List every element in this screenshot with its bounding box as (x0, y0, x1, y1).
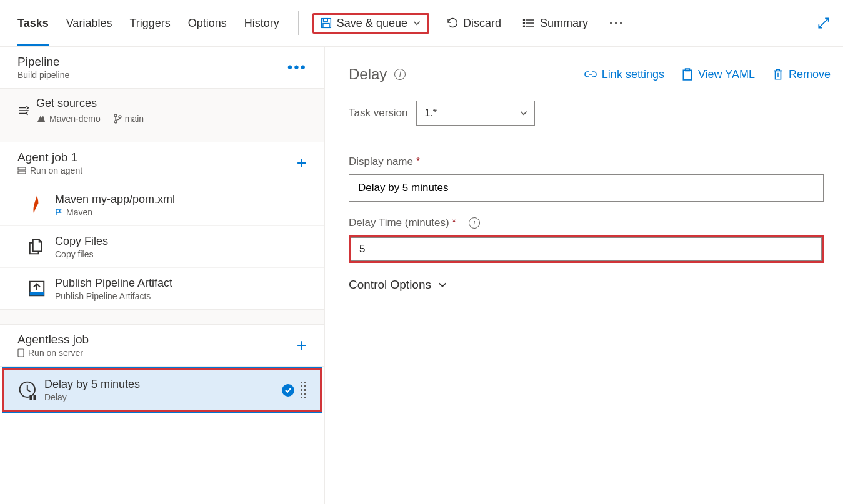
maven-icon (28, 194, 46, 215)
tab-options[interactable]: Options (188, 0, 227, 46)
discard-button[interactable]: Discard (441, 13, 506, 34)
task-sub: Delay (44, 392, 282, 402)
job1-title: Agent job 1 (17, 151, 293, 164)
branch-icon (113, 114, 122, 124)
link-settings-button[interactable]: Link settings (584, 68, 664, 81)
task-sub: Copy files (55, 249, 108, 259)
control-options-section[interactable]: Control Options (349, 278, 831, 292)
svg-rect-9 (18, 167, 26, 170)
get-sources[interactable]: Get sources Maven-demo main (0, 89, 324, 132)
more-commands[interactable]: ··· (604, 13, 629, 34)
agentless-job-header[interactable]: Agentless job Run on server + (0, 325, 324, 367)
left-panel: Pipeline Build pipeline ••• Get sources … (0, 47, 325, 504)
svg-rect-15 (29, 395, 32, 400)
display-name-input[interactable] (349, 174, 824, 202)
publish-icon (27, 279, 46, 298)
job1-sub: Run on agent (30, 166, 82, 175)
flag-icon (55, 209, 62, 216)
save-icon (321, 17, 332, 29)
pipeline-more-icon[interactable]: ••• (287, 59, 311, 76)
save-and-queue-button[interactable]: Save & queue (312, 13, 429, 34)
display-name-label: Display name (349, 156, 831, 168)
chevron-down-icon (437, 280, 447, 290)
task-title: Publish Pipeline Artifact (55, 277, 172, 290)
check-icon (282, 384, 294, 397)
svg-rect-17 (683, 70, 691, 80)
server-icon (17, 167, 26, 174)
delay-icon (17, 380, 39, 401)
svg-rect-16 (34, 395, 36, 400)
remove-button[interactable]: Remove (772, 68, 831, 81)
task-title: Maven my-app/pom.xml (55, 193, 175, 206)
info-icon[interactable]: i (394, 69, 406, 80)
panel-title: Delay (349, 66, 387, 83)
detail-panel: Delay i Link settings View YAML Remove (325, 47, 843, 504)
branch-name: main (125, 114, 144, 124)
repo-icon (36, 114, 46, 123)
pipeline-title: Pipeline (17, 55, 287, 69)
svg-point-6 (114, 114, 117, 117)
task-maven[interactable]: Maven my-app/pom.xmlMaven (0, 184, 324, 226)
tab-history[interactable]: History (244, 0, 279, 46)
task-sub: Publish Pipeline Artifacts (55, 291, 172, 301)
delay-time-label: Delay Time (minutes) (349, 217, 456, 229)
tab-tasks[interactable]: Tasks (17, 0, 49, 46)
svg-rect-12 (30, 292, 44, 295)
main-split: Pipeline Build pipeline ••• Get sources … (0, 47, 843, 504)
agent-job-header[interactable]: Agent job 1 Run on agent + (0, 142, 324, 184)
clipboard-icon (682, 68, 693, 81)
svg-point-7 (114, 121, 117, 123)
tab-triggers[interactable]: Triggers (129, 0, 170, 46)
undo-icon (446, 17, 458, 29)
top-bar: Tasks Variables Triggers Options History… (0, 0, 843, 47)
tab-strip: Tasks Variables Triggers Options History (17, 0, 279, 46)
save-and-queue-label: Save & queue (337, 17, 407, 30)
task-version-label: Task version (349, 107, 407, 119)
svg-rect-10 (18, 171, 26, 174)
summary-button[interactable]: Summary (517, 13, 593, 34)
add-task-job1[interactable]: + (293, 153, 311, 173)
sources-title: Get sources (36, 97, 311, 110)
repo-name: Maven-demo (49, 114, 101, 124)
chevron-down-icon (519, 109, 528, 117)
svg-point-4 (523, 22, 524, 24)
task-title: Copy Files (55, 235, 108, 248)
svg-point-3 (523, 19, 524, 21)
link-icon (584, 69, 597, 79)
svg-point-5 (523, 26, 524, 27)
sources-icon (11, 104, 36, 117)
task-sub: Maven (66, 207, 92, 217)
pipeline-header[interactable]: Pipeline Build pipeline ••• (0, 47, 324, 89)
separator (298, 11, 299, 35)
svg-rect-2 (323, 24, 329, 28)
svg-point-8 (119, 116, 121, 118)
svg-rect-13 (18, 349, 24, 357)
task-title: Delay by 5 minutes (44, 378, 282, 391)
drag-handle-icon[interactable] (301, 382, 306, 398)
task-copy[interactable]: Copy FilesCopy files (0, 226, 324, 268)
job2-title: Agentless job (17, 333, 293, 347)
summary-label: Summary (540, 17, 588, 30)
chevron-down-icon (412, 19, 421, 27)
device-icon (17, 348, 24, 357)
discard-label: Discard (463, 17, 501, 30)
info-icon[interactable]: i (469, 217, 480, 229)
task-version-select[interactable]: 1.* (416, 101, 535, 126)
add-task-job2[interactable]: + (293, 335, 311, 355)
list-icon (522, 17, 535, 29)
copy-icon (27, 237, 46, 256)
view-yaml-button[interactable]: View YAML (682, 68, 755, 81)
fullscreen-icon[interactable] (817, 16, 831, 30)
delay-time-input[interactable] (349, 235, 824, 263)
svg-rect-1 (323, 19, 327, 22)
pipeline-sub: Build pipeline (17, 70, 287, 80)
trash-icon (772, 68, 784, 81)
task-publish[interactable]: Publish Pipeline ArtifactPublish Pipelin… (0, 268, 324, 310)
task-delay[interactable]: Delay by 5 minutesDelay (2, 368, 322, 412)
job2-sub: Run on server (28, 348, 83, 358)
tab-variables[interactable]: Variables (66, 0, 112, 46)
